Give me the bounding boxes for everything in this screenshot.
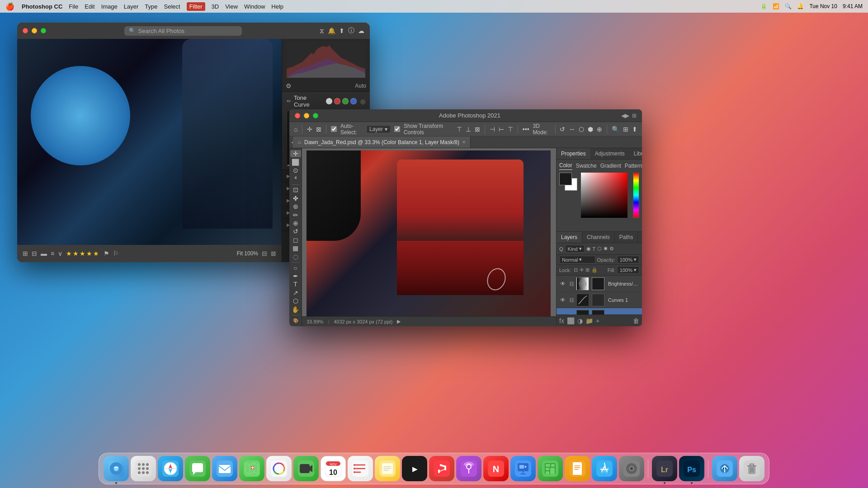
- ps-3d3-icon[interactable]: ⊕: [597, 126, 602, 133]
- ps-tool-eyedropper[interactable]: ✤: [290, 195, 301, 202]
- ps-channels-tab[interactable]: Channels: [582, 232, 615, 243]
- lr-info-icon[interactable]: ⓘ: [348, 27, 354, 35]
- ps-titlebar-more-icon[interactable]: ⊞: [632, 113, 637, 119]
- ps-layer-delete-icon[interactable]: 🗑: [633, 317, 639, 324]
- ps-layer-eye-curves[interactable]: 👁: [559, 296, 566, 304]
- ps-layer-item-brightness[interactable]: 👁 ⛓ Brightness/Contrast 1: [557, 276, 642, 292]
- ps-patterns-tab[interactable]: Patterns: [625, 163, 642, 170]
- ps-opacity-dropdown[interactable]: 100% ▾: [617, 256, 639, 263]
- ps-status-arrow[interactable]: ▶: [397, 319, 401, 324]
- dock-system-preferences[interactable]: [619, 456, 644, 481]
- ps-layer-fx-icon[interactable]: fx: [559, 317, 564, 324]
- menubar-battery-icon[interactable]: 🔋: [760, 3, 767, 9]
- ps-tool-path[interactable]: ↗: [290, 289, 301, 296]
- lr-grid-icon[interactable]: ⊞: [23, 250, 28, 257]
- menubar-notification-icon[interactable]: 🔔: [797, 3, 804, 9]
- ps-libraries-tab[interactable]: Libraries: [629, 148, 642, 159]
- ps-artboard-icon[interactable]: ⊠: [316, 126, 321, 133]
- ps-transform-checkbox[interactable]: [394, 126, 400, 132]
- dock-notes[interactable]: [375, 456, 400, 481]
- menu-help[interactable]: Help: [271, 3, 283, 10]
- ps-filter-icon4[interactable]: ✱: [604, 246, 608, 252]
- ps-rotate-icon[interactable]: ↺: [560, 126, 565, 133]
- ps-home-icon[interactable]: ⌂: [294, 126, 297, 133]
- dock-safari[interactable]: [158, 456, 183, 481]
- menu-image[interactable]: Image: [101, 3, 118, 10]
- ps-filter-icon5[interactable]: ⚙: [609, 246, 614, 252]
- lr-grid2-icon[interactable]: ⊟: [32, 250, 37, 257]
- apple-menu[interactable]: 🍎: [5, 2, 14, 11]
- ps-filter-icon1[interactable]: ◉: [586, 246, 591, 252]
- lr-rating[interactable]: ★★★★★: [66, 250, 100, 257]
- ps-tool-color[interactable]: 🎨: [290, 317, 301, 324]
- ps-layers-tab[interactable]: Layers: [557, 232, 582, 243]
- ps-tool-history[interactable]: ↺: [290, 228, 301, 235]
- ps-foreground-color[interactable]: [559, 173, 572, 185]
- ps-tool-marquee[interactable]: ⬜: [290, 158, 301, 165]
- ps-gradient-tab[interactable]: Gradient: [600, 163, 621, 170]
- ps-tool-shape[interactable]: ⬡: [290, 297, 301, 305]
- app-name[interactable]: Photoshop CC: [22, 3, 62, 10]
- lr-filter-icon[interactable]: ⧖: [320, 27, 324, 35]
- ps-color-tab[interactable]: Color: [559, 162, 572, 170]
- ps-blend-mode-dropdown[interactable]: Normal ▾: [559, 256, 595, 263]
- ps-3d1-icon[interactable]: ⬡: [579, 126, 584, 133]
- lr-bell-icon[interactable]: 🔔: [328, 27, 335, 34]
- tc-dot-white[interactable]: [326, 98, 332, 104]
- menu-select[interactable]: Select: [164, 3, 180, 10]
- lr-expand-icon[interactable]: ∨: [58, 250, 62, 257]
- ps-layer-mask-icon[interactable]: ⬜: [567, 317, 575, 324]
- ps-flip-icon[interactable]: ↔: [569, 126, 575, 133]
- menu-3d[interactable]: 3D: [212, 3, 219, 10]
- ps-active-tab[interactable]: 🗂 Dawn_Jada_Red.psd @ 33.3% (Color Balan…: [293, 136, 471, 148]
- lr-share-icon[interactable]: ⬆: [339, 27, 344, 34]
- ps-tool-clone[interactable]: ⊕: [290, 220, 301, 227]
- ps-align-vcenter-icon[interactable]: ⊥: [466, 126, 471, 133]
- menu-edit[interactable]: Edit: [85, 3, 94, 10]
- ps-tool-hand[interactable]: ✋: [290, 305, 301, 313]
- dock-podcasts[interactable]: [456, 456, 481, 481]
- ps-lock-pixels-icon[interactable]: ⊡: [574, 267, 578, 273]
- ps-lock-move-icon[interactable]: ✛: [580, 267, 584, 273]
- menu-view[interactable]: View: [225, 3, 238, 10]
- ps-layer-add-icon[interactable]: +: [596, 317, 599, 324]
- ps-auto-select-checkbox[interactable]: [331, 126, 337, 132]
- dock-numbers[interactable]: [538, 456, 563, 481]
- ps-paths-tab[interactable]: Paths: [615, 232, 638, 243]
- dock-calendar[interactable]: 10 NOV: [321, 456, 346, 481]
- ps-color-picker[interactable]: [581, 173, 627, 218]
- lr-close-button[interactable]: [23, 28, 28, 33]
- lr-fit-text[interactable]: Fit 100%: [237, 250, 258, 257]
- ps-align-top-icon[interactable]: ⊤: [457, 126, 462, 133]
- lr-flag-icon[interactable]: ⚑: [104, 250, 109, 257]
- menu-window[interactable]: Window: [244, 3, 265, 10]
- menu-layer[interactable]: Layer: [124, 3, 139, 10]
- menubar-search-icon[interactable]: 🔍: [785, 3, 792, 9]
- ps-layer-dropdown[interactable]: Layer ▾: [366, 125, 391, 133]
- dock-tv[interactable]: ▶: [402, 456, 427, 481]
- dock-music[interactable]: [429, 456, 454, 481]
- dock-facetime[interactable]: [293, 456, 319, 481]
- ps-3d2-icon[interactable]: ⬢: [588, 126, 593, 133]
- lr-pencil-icon[interactable]: ✏: [287, 98, 291, 104]
- ps-tool-gradient[interactable]: ▦: [290, 244, 301, 252]
- lr-single-icon[interactable]: ▬: [41, 250, 47, 257]
- menu-filter[interactable]: Filter: [187, 2, 205, 11]
- tc-settings-icon[interactable]: ◎: [360, 98, 365, 105]
- ps-tool-text[interactable]: T: [290, 281, 301, 288]
- ps-search-icon[interactable]: 🔍: [612, 126, 619, 133]
- ps-tool-lasso[interactable]: ⊙: [290, 167, 301, 174]
- ps-fill-dropdown[interactable]: 100% ▾: [617, 266, 639, 274]
- dock-maps[interactable]: [239, 456, 264, 481]
- ps-align-hcenter-icon[interactable]: ⊢: [499, 126, 504, 133]
- ps-layer-folder-icon[interactable]: 📁: [585, 317, 593, 324]
- ps-layer-item-curves[interactable]: 👁 ⛓ Curves 1: [557, 292, 642, 308]
- ps-tool-pen[interactable]: ✒: [290, 272, 301, 280]
- ps-filter-icon2[interactable]: T: [593, 246, 596, 252]
- dock-finder[interactable]: [104, 456, 129, 481]
- ps-share-icon[interactable]: ⬆: [632, 126, 637, 133]
- ps-view-icon[interactable]: ⊞: [623, 126, 628, 133]
- ps-align-right-icon[interactable]: ⊤: [508, 126, 513, 133]
- tc-dot-green[interactable]: [342, 98, 349, 104]
- ps-tab-close-icon[interactable]: ✕: [462, 140, 466, 145]
